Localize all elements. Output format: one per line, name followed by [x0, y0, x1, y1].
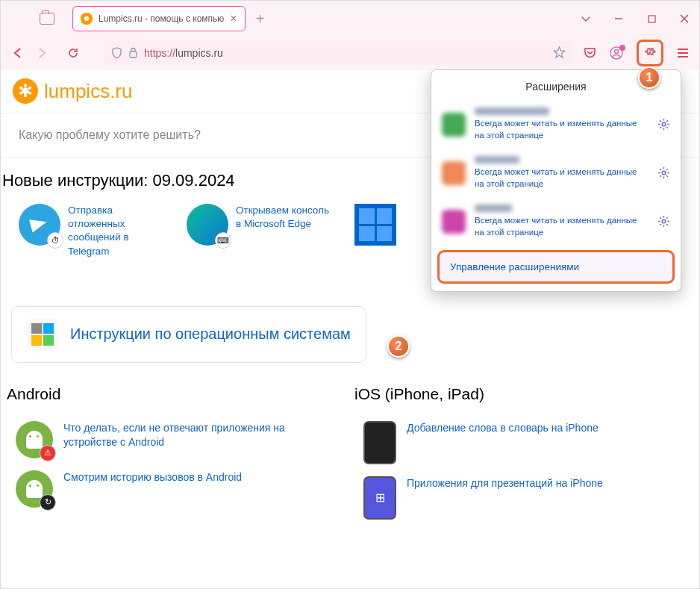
- gear-icon[interactable]: [657, 118, 670, 131]
- telegram-icon: ⏱: [19, 204, 60, 246]
- item-link[interactable]: Добавление слова в словарь на iPhone: [407, 421, 599, 436]
- android-icon: ⚠: [16, 421, 53, 458]
- windows-icon: [354, 204, 396, 246]
- url-text: https://lumpics.ru: [144, 47, 223, 59]
- url-bar[interactable]: https://lumpics.ru: [104, 41, 573, 65]
- minimize-button[interactable]: [610, 10, 628, 28]
- extension-desc: Всегда может читать и изменять данные на…: [475, 166, 649, 190]
- card-link[interactable]: Открываем консоль в Microsoft Edge: [236, 204, 334, 258]
- item-link[interactable]: Что делать, если не отвечают приложения …: [63, 421, 337, 450]
- tab-favicon-icon: [81, 13, 93, 25]
- svg-point-3: [615, 49, 619, 53]
- list-item[interactable]: ⚠ Что делать, если не отвечают приложени…: [2, 415, 350, 464]
- extension-desc: Всегда может читать и изменять данные на…: [475, 118, 649, 141]
- iphone-icon: [363, 421, 396, 464]
- extension-row[interactable]: Всегда может читать и изменять данные на…: [431, 197, 681, 246]
- maximize-button[interactable]: [643, 10, 660, 28]
- list-item[interactable]: ↻ Смотрим историю вызовов в Android: [2, 464, 350, 514]
- site-name: lumpics.ru: [44, 80, 132, 103]
- pocket-icon[interactable]: [584, 47, 596, 59]
- ios-heading: iOS (iPhone, iPad): [350, 385, 698, 403]
- gear-icon[interactable]: [657, 166, 670, 179]
- extension-icon: [442, 113, 466, 137]
- gear-icon[interactable]: [657, 215, 670, 228]
- list-item[interactable]: ⊞ Приложения для презентаций на iPhone: [350, 470, 698, 526]
- ios-column: iOS (iPhone, iPad) Добавление слова в сл…: [350, 385, 698, 526]
- callout-badge-2: 2: [387, 335, 410, 358]
- titlebar: Lumpics.ru - помощь с компью × +: [1, 1, 699, 37]
- extension-row[interactable]: Всегда может читать и изменять данные на…: [431, 149, 681, 197]
- back-button[interactable]: [11, 46, 25, 60]
- site-logo-icon: [13, 78, 38, 104]
- svg-point-4: [662, 122, 666, 126]
- card-edge[interactable]: ⌨ Открываем консоль в Microsoft Edge: [176, 199, 344, 263]
- reload-button[interactable]: [66, 46, 80, 60]
- extensions-popup: Расширения Всегда может читать и изменят…: [431, 69, 681, 292]
- iphone-icon: ⊞: [363, 476, 396, 520]
- card-windows[interactable]: [344, 199, 411, 263]
- account-icon[interactable]: [610, 46, 623, 60]
- page-content: lumpics.ru Какую проблему хотите решить?…: [1, 69, 699, 589]
- close-button[interactable]: [675, 10, 693, 28]
- menu-button[interactable]: [677, 48, 689, 58]
- extension-icon: [442, 161, 466, 185]
- sidebar-folder-icon[interactable]: [40, 13, 54, 25]
- card-telegram[interactable]: ⏱ Отправка отложенных сообщений в Telegr…: [8, 199, 176, 263]
- tab-title: Lumpics.ru - помощь с компью: [99, 13, 224, 24]
- forward-button[interactable]: [35, 46, 49, 60]
- edge-icon: ⌨: [187, 204, 228, 246]
- list-item[interactable]: Добавление слова в словарь на iPhone: [350, 415, 698, 470]
- toolbar: https://lumpics.ru: [1, 37, 699, 69]
- extension-name: [475, 107, 549, 115]
- android-heading: Android: [2, 385, 350, 403]
- callout-badge-1: 1: [638, 66, 660, 89]
- bookmark-star-icon[interactable]: [553, 46, 566, 59]
- extensions-button[interactable]: [637, 40, 663, 66]
- svg-point-6: [662, 219, 666, 223]
- extension-name: [475, 205, 512, 212]
- android-column: Android ⚠ Что делать, если не отвечают п…: [2, 385, 350, 526]
- item-link[interactable]: Смотрим историю вызовов в Android: [63, 470, 242, 485]
- tab-close-icon[interactable]: ×: [230, 13, 237, 25]
- card-link[interactable]: Отправка отложенных сообщений в Telegram: [68, 204, 166, 258]
- lock-icon[interactable]: [128, 47, 138, 58]
- item-link[interactable]: Приложения для презентаций на iPhone: [407, 476, 603, 491]
- new-tab-button[interactable]: +: [256, 10, 265, 28]
- android-icon: ↻: [16, 470, 53, 508]
- extension-row[interactable]: Всегда может читать и изменять данные на…: [431, 100, 681, 149]
- extension-icon: [442, 210, 466, 234]
- browser-tab[interactable]: Lumpics.ru - помощь с компью ×: [72, 6, 246, 31]
- extension-name: [475, 156, 519, 163]
- extension-desc: Всегда может читать и изменять данные на…: [475, 215, 649, 238]
- chevron-down-icon[interactable]: [577, 10, 595, 28]
- svg-rect-1: [130, 52, 137, 57]
- panel-title: Инструкции по операционным системам: [70, 325, 351, 343]
- manage-extensions-button[interactable]: Управление расширениями: [437, 250, 675, 284]
- svg-point-5: [662, 171, 666, 175]
- svg-rect-0: [649, 16, 655, 22]
- shield-icon[interactable]: [111, 47, 122, 59]
- os-panel[interactable]: Инструкции по операционным системам: [11, 306, 366, 363]
- os-grid-icon: [27, 319, 58, 350]
